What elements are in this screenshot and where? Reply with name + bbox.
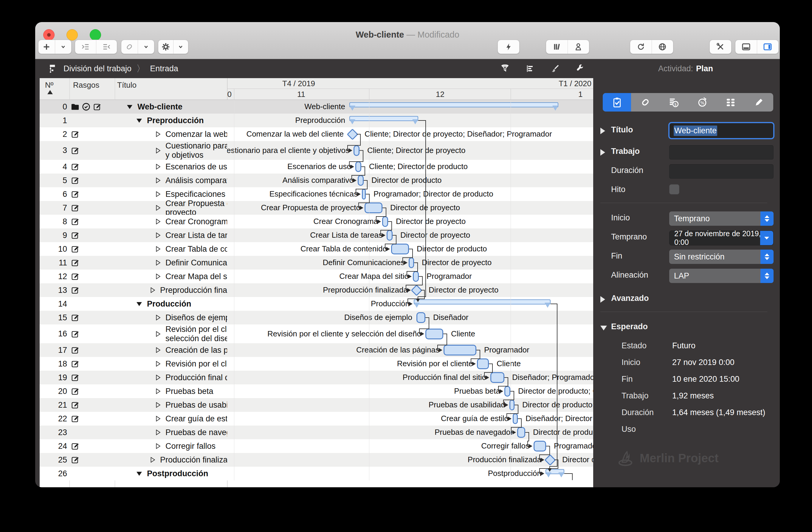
gantt-row[interactable]: Preproducción finalizadaDirector de proy… [227,283,593,297]
chevron-down-icon[interactable] [173,40,188,54]
summary-bar[interactable] [414,299,551,304]
col-header-titulo[interactable]: Título [117,81,136,90]
gantt-row[interactable]: Corregir fallosProgramado [227,439,593,453]
task-bar[interactable] [534,441,546,451]
wrench-icon[interactable] [575,64,585,73]
hito-checkbox[interactable] [669,184,679,195]
panel-bottom-icon[interactable] [735,40,757,54]
indent-icon[interactable] [75,40,96,54]
indent-button-group[interactable] [75,40,117,54]
library-resources-group[interactable] [546,40,589,54]
fin-popup[interactable]: Sin restricción [669,249,773,264]
lightning-icon[interactable] [498,40,519,54]
gantt-row[interactable]: Postproducción [227,467,593,480]
tools-button[interactable] [709,40,731,54]
task-bar[interactable] [513,413,518,424]
gantt-row[interactable]: Producción final del sitioDiseñador; Pro… [227,371,593,384]
tools-icon[interactable] [710,40,731,54]
globe-icon[interactable] [652,40,673,54]
summary-bar[interactable] [546,469,564,474]
col-header-rasgos[interactable]: Rasgos [73,81,99,90]
breadcrumb-item[interactable]: Entrada [150,64,178,73]
gantt-row[interactable]: Revisión por el cliente y selección del … [227,325,593,343]
gantt-row[interactable]: Web-cliente [227,100,593,114]
milestone-diamond[interactable] [347,129,358,140]
gantt-row[interactable]: Revisión por el clienteCliente [227,357,593,371]
task-bar[interactable] [362,189,366,200]
filter-icon[interactable] [500,64,510,73]
task-bar[interactable] [355,161,361,172]
add-button-group[interactable] [38,40,72,54]
gantt-row[interactable]: Crear guía de estiloDiseñador; Director … [227,412,593,426]
gantt-row[interactable]: Crear Lista de tareasDirector de proyect… [227,228,593,242]
task-bar[interactable] [504,386,510,397]
link-button-group[interactable] [121,40,155,54]
task-bar[interactable] [382,216,388,227]
task-bar[interactable] [391,244,409,254]
task-bar[interactable] [477,358,489,369]
task-bar[interactable] [365,202,382,213]
task-bar[interactable] [413,271,419,282]
gantt-row[interactable]: Crear Tabla de contenidoDirector de prod… [227,242,593,256]
summary-bar[interactable] [349,116,418,121]
panel-right-icon[interactable] [757,40,779,54]
summary-bar[interactable] [349,102,558,107]
chevron-down-icon[interactable] [138,40,155,54]
disclosure-icon[interactable] [600,149,605,156]
task-bar[interactable] [417,312,425,323]
chevron-down-icon[interactable] [55,40,72,54]
gantt-row[interactable]: Crear Mapa del sitioProgramador [227,270,593,283]
gantt-row[interactable]: Escenarios de usoCliente; Director de pr… [227,160,593,174]
pencil-tab[interactable] [745,93,773,112]
gantt-row[interactable]: Producción finalizadaDirector de p [227,453,593,467]
brush-icon[interactable] [550,64,560,73]
disclosure-icon[interactable] [600,128,605,134]
disclosure-icon[interactable] [600,326,607,330]
link-icon[interactable] [121,40,138,54]
breadcrumb-view[interactable]: División del trabajo [63,64,131,73]
task-bar[interactable] [517,427,525,438]
time-percent-tab[interactable]: % [688,93,716,112]
gantt-row[interactable]: Preproducción [227,114,593,127]
align-bars-icon[interactable] [525,64,535,73]
gantt-row[interactable]: Diseños de ejemploDiseñador [227,311,593,325]
clipboard-tab[interactable] [603,93,631,112]
outdent-icon[interactable] [96,40,117,54]
gantt-row[interactable]: Pruebas de navegadorDirector de producto [227,426,593,439]
activity-value[interactable]: Plan [696,64,713,73]
cost-tab[interactable]: $ [660,93,688,112]
link-tab[interactable] [631,93,659,112]
milestone-diamond[interactable] [411,285,422,296]
task-bar[interactable] [409,257,414,268]
trabajo-input[interactable] [669,145,773,160]
task-bar[interactable] [490,372,504,383]
panel-toggles-group[interactable] [735,40,779,54]
gantt-row[interactable]: Crear CronogramaDirector de proyecto [227,215,593,228]
task-bar[interactable] [444,345,476,356]
gantt-row[interactable]: Pruebas betaDirector de producto; Clien [227,384,593,398]
add-icon[interactable] [39,40,55,54]
gantt-row[interactable]: Comenzar la web del clienteCliente; Dire… [227,127,593,141]
gantt-row[interactable]: Producción [227,297,593,311]
task-bar[interactable] [358,175,364,186]
month-header[interactable]: 10 11 12 1 [227,89,593,100]
alineacion-popup[interactable]: LAP [669,269,773,283]
sync-share-group[interactable] [630,40,673,54]
gantt-row[interactable]: Creación de las páginasProgramador [227,343,593,357]
inicio-popup[interactable]: Temprano [669,212,773,226]
gantt-row[interactable]: Análisis comparativoDirector de producto [227,174,593,187]
disclosure-icon[interactable] [600,296,605,303]
settings-button[interactable] [158,40,188,54]
gantt-row[interactable]: Crear Propuesta de proyectoDirector de p… [227,201,593,215]
gantt-row[interactable]: Definir ComunicacionesDirector de proyec… [227,256,593,270]
task-bar[interactable] [509,400,514,410]
gantt-row[interactable]: Pruebas de usabilidadDirector de product… [227,398,593,412]
col-header-num[interactable]: Nº [45,81,53,90]
temprano-date-field[interactable]: 27 de noviembre de 2019, 0:00 [669,231,773,245]
actions-button[interactable] [497,40,520,54]
gantt-row[interactable]: Especificaciones técnicasProgramador; Di… [227,187,593,201]
task-bar[interactable] [425,329,443,339]
row-title[interactable]: Web-cliente [115,100,238,114]
milestone-diamond[interactable] [544,454,556,465]
person-icon[interactable] [568,40,589,54]
